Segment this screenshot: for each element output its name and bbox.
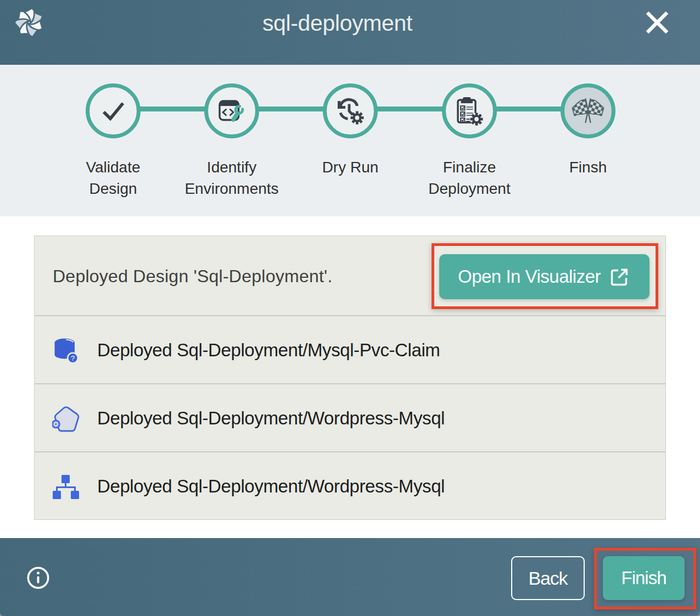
svg-text:?: ? [71,354,75,362]
